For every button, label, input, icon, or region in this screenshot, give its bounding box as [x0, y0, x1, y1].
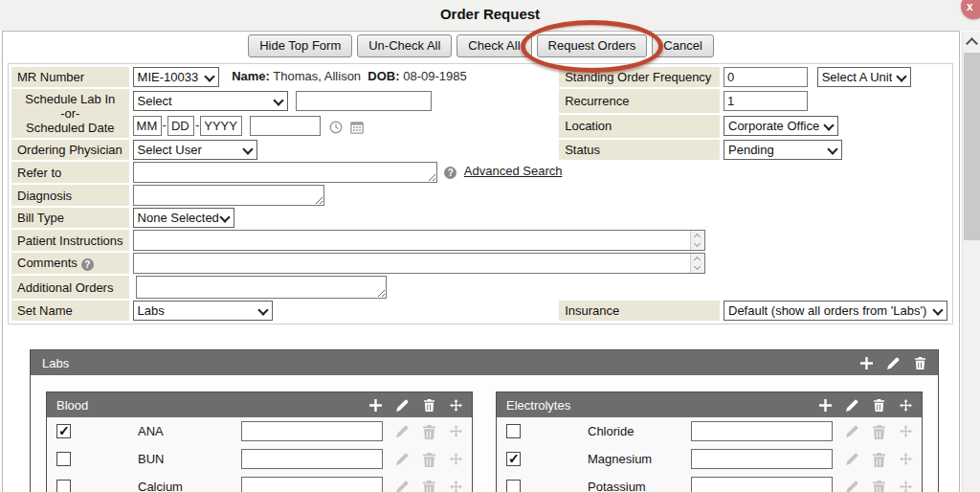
recurrence-label: Recurrence	[559, 89, 720, 113]
edit-icon[interactable]	[396, 399, 409, 412]
delete-icon[interactable]	[873, 481, 885, 492]
lab-item-input[interactable]	[241, 477, 383, 492]
date-yyyy-input[interactable]	[200, 116, 242, 136]
move-icon[interactable]	[900, 481, 912, 492]
schedule-lab-in-input[interactable]	[296, 91, 432, 111]
frequency-unit-select[interactable]: Select A Unit	[817, 67, 911, 87]
bill-type-label: Bill Type	[11, 208, 129, 228]
edit-icon[interactable]	[396, 425, 409, 437]
additional-orders-textarea[interactable]	[136, 276, 387, 299]
help-icon[interactable]: ?	[444, 167, 457, 179]
recurrence-input[interactable]	[724, 91, 808, 111]
delete-icon[interactable]	[873, 425, 885, 437]
hide-top-form-button[interactable]: Hide Top Form	[248, 34, 352, 57]
schedule-label: Schedule Lab In -or- Scheduled Date	[11, 89, 129, 138]
calendar-icon[interactable]	[350, 119, 364, 133]
diagnosis-label: Diagnosis	[11, 185, 129, 206]
mr-number-select[interactable]: MIE-10033	[133, 67, 219, 87]
lab-item-input[interactable]	[241, 421, 383, 441]
advanced-search-link[interactable]: Advanced Search	[464, 164, 563, 178]
patient-dob: 08-09-1985	[403, 69, 467, 83]
schedule-lab-in-select[interactable]: Select	[133, 91, 288, 111]
edit-icon[interactable]	[846, 425, 858, 437]
scrollbar-thumb[interactable]	[964, 53, 980, 240]
lab-item-label: Chloride	[588, 424, 683, 438]
edit-icon[interactable]	[846, 481, 858, 492]
lab-item-checkbox[interactable]	[56, 480, 71, 492]
lab-item-checkbox[interactable]	[506, 480, 521, 492]
order-form: MR Number MIE-10033 Name: Thomas, Alliso…	[8, 63, 953, 324]
request-orders-button[interactable]: Request Orders	[537, 34, 648, 57]
lab-item-row: ANA	[47, 417, 472, 445]
delete-icon[interactable]	[423, 453, 435, 465]
move-icon[interactable]	[450, 399, 462, 412]
lab-item-checkbox[interactable]	[506, 424, 521, 438]
move-icon[interactable]	[900, 453, 912, 465]
patient-name: Thomas, Allison	[273, 69, 361, 83]
patient-instructions-input[interactable]	[133, 230, 705, 251]
move-icon[interactable]	[900, 425, 912, 437]
vertical-scrollbar[interactable]	[962, 32, 980, 492]
set-name-select[interactable]: Labs	[133, 301, 273, 321]
delete-icon[interactable]	[914, 357, 926, 369]
move-icon[interactable]	[450, 425, 462, 437]
move-icon[interactable]	[450, 453, 462, 465]
ordering-physician-select[interactable]: Select User	[133, 140, 257, 160]
lab-group-title: Blood	[56, 398, 369, 413]
bill-type-select[interactable]: None Selected	[133, 208, 234, 228]
scheduled-time-input[interactable]	[250, 116, 321, 136]
edit-icon[interactable]	[887, 357, 900, 369]
lab-group-blood: BloodANABUNCalcium	[46, 391, 473, 492]
chevron-down-icon	[219, 212, 232, 224]
scroll-arrows-icon[interactable]	[690, 254, 704, 273]
check-all-button[interactable]: Check All	[457, 34, 531, 57]
lab-item-checkbox[interactable]	[56, 452, 71, 466]
add-icon[interactable]	[819, 399, 832, 412]
edit-icon[interactable]	[846, 399, 858, 412]
delete-icon[interactable]	[423, 481, 435, 492]
edit-icon[interactable]	[846, 453, 858, 465]
delete-icon[interactable]	[423, 425, 435, 437]
scroll-arrows-icon[interactable]	[690, 231, 704, 250]
insurance-select[interactable]: Default (show all orders from 'Labs')	[724, 301, 947, 321]
comments-input[interactable]	[133, 253, 705, 274]
scroll-up-icon[interactable]	[966, 35, 977, 47]
lab-item-row: Calcium	[47, 473, 472, 492]
delete-icon[interactable]	[423, 399, 435, 412]
lab-item-input[interactable]	[691, 449, 833, 469]
location-select[interactable]: Corporate Office	[724, 116, 838, 136]
chevron-down-icon	[204, 71, 216, 83]
lab-item-label: Magnesium	[588, 452, 683, 466]
lab-item-label: Potassium	[588, 480, 683, 492]
lab-item-checkbox[interactable]	[56, 424, 71, 438]
labs-section-actions	[860, 357, 926, 369]
uncheck-all-button[interactable]: Un-Check All	[357, 34, 452, 57]
date-dd-input[interactable]	[167, 116, 194, 136]
lab-item-input[interactable]	[691, 477, 833, 492]
refer-to-textarea[interactable]	[133, 162, 437, 183]
delete-icon[interactable]	[873, 399, 885, 412]
lab-item-checkbox[interactable]	[506, 452, 521, 466]
move-icon[interactable]	[900, 399, 912, 412]
status-select[interactable]: Pending	[724, 140, 842, 160]
edit-icon[interactable]	[396, 481, 409, 492]
lab-item-input[interactable]	[241, 449, 383, 469]
standing-order-frequency-input[interactable]	[724, 67, 808, 87]
mr-number-label: MR Number	[11, 67, 129, 87]
add-icon[interactable]	[860, 357, 873, 369]
order-request-window: Order Request x Hide Top Form Un-Check A…	[0, 0, 980, 492]
delete-icon[interactable]	[873, 453, 885, 465]
move-icon[interactable]	[450, 481, 462, 492]
lab-item-input[interactable]	[691, 421, 833, 441]
add-icon[interactable]	[369, 399, 382, 412]
clock-icon[interactable]	[329, 119, 346, 133]
labs-section: Labs BloodANABUNCalciumElectrolytesChlor…	[30, 349, 939, 492]
refer-to-label: Refer to	[11, 162, 129, 183]
diagnosis-textarea[interactable]	[133, 185, 324, 206]
set-name-label: Set Name	[11, 301, 129, 321]
edit-icon[interactable]	[396, 453, 409, 465]
cancel-button[interactable]: Cancel	[652, 34, 713, 57]
lab-item-label: BUN	[138, 452, 234, 466]
help-icon[interactable]: ?	[81, 258, 94, 271]
date-mm-input[interactable]	[133, 116, 162, 136]
